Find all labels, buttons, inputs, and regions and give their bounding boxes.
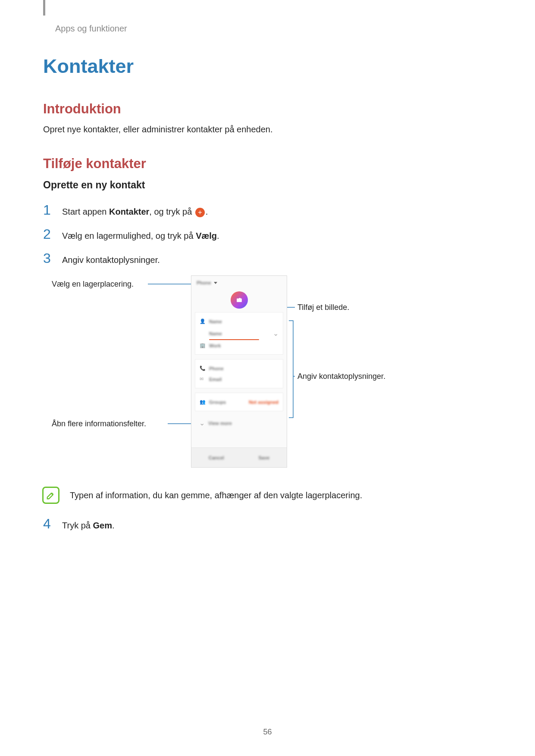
section-add-title: Tilføje kontakter (43, 156, 494, 172)
callout-image: Tilføj et billede. (297, 303, 349, 312)
callout-storage: Vælg en lagerplacering. (52, 280, 134, 289)
email-icon: ✉ (200, 376, 206, 382)
page-title: Kontakter (43, 55, 494, 78)
chevron-down-icon[interactable]: ⌄ (273, 329, 278, 337)
figure-contact-editor: Vælg en lagerplacering. Åbn flere inform… (69, 275, 422, 478)
view-more-row[interactable]: ⌄ View more (191, 415, 287, 431)
step-text: Tryk på Gem. (62, 517, 115, 531)
breadcrumb: Apps og funktioner (55, 24, 494, 34)
add-icon: + (195, 208, 205, 217)
pencil-icon (46, 490, 56, 500)
camera-icon (236, 297, 242, 303)
name-card: 👤 Name Name ⌄ 🏢 Work (195, 312, 283, 355)
save-button[interactable]: Save (258, 455, 269, 460)
storage-dropdown[interactable]: Phone (197, 280, 211, 285)
groups-icon: 👥 (200, 399, 206, 405)
view-more-label: View more (208, 421, 232, 426)
callout-more-fields: Åbn flere informationsfelter. (52, 419, 146, 428)
phone-icon: 📞 (200, 366, 206, 371)
page-tab-marker (43, 0, 45, 16)
person-icon: 👤 (200, 319, 206, 324)
contact-card: 📞 Phone ✉ Email (195, 359, 283, 388)
step-text: Vælg en lagermulighed, og tryk på Vælg. (62, 227, 219, 242)
page-number: 56 (0, 728, 535, 737)
phone-field[interactable]: Phone (209, 366, 278, 371)
section-add-subheading: Oprette en ny kontakt (43, 179, 494, 191)
work-field[interactable]: Work (209, 343, 278, 348)
email-field[interactable]: Email (209, 377, 278, 382)
step-number: 2 (43, 227, 54, 241)
chevron-down-icon: ⌄ (199, 419, 205, 427)
section-introduction-title: Introduktion (43, 101, 494, 117)
groups-field[interactable]: Groups (209, 400, 245, 405)
note: Typen af information, du kan gemme, afhæ… (42, 487, 494, 504)
section-introduction-text: Opret nye kontakter, eller administrer k… (43, 125, 494, 134)
step-number: 4 (43, 517, 54, 531)
step-number: 3 (43, 251, 54, 265)
step-number: 1 (43, 203, 54, 217)
chevron-down-icon (214, 282, 217, 284)
note-icon (42, 487, 59, 504)
phone-screenshot: Phone 👤 Name Name ⌄ 🏢 Work (191, 275, 287, 468)
step-1: 1 Start appen Kontakter, og tryk på +. (43, 203, 494, 218)
name-field[interactable]: Name (209, 319, 278, 324)
step-4: 4 Tryk på Gem. (43, 517, 494, 531)
add-photo-button[interactable] (231, 291, 248, 309)
note-text: Typen af information, du kan gemme, afhæ… (70, 490, 362, 500)
step-2: 2 Vælg en lagermulighed, og tryk på Vælg… (43, 227, 494, 242)
step-3: 3 Angiv kontaktoplysninger. (43, 251, 494, 266)
cancel-button[interactable]: Cancel (209, 455, 224, 460)
groups-card: 👥 Groups Not assigned (195, 393, 283, 411)
groups-value: Not assigned (249, 400, 278, 405)
name-field-2[interactable]: Name (209, 331, 269, 336)
callout-info: Angiv kontaktoplysninger. (297, 372, 385, 381)
step-text: Start appen Kontakter, og tryk på +. (62, 203, 208, 218)
step-text: Angiv kontaktoplysninger. (62, 251, 160, 266)
building-icon: 🏢 (200, 343, 206, 348)
